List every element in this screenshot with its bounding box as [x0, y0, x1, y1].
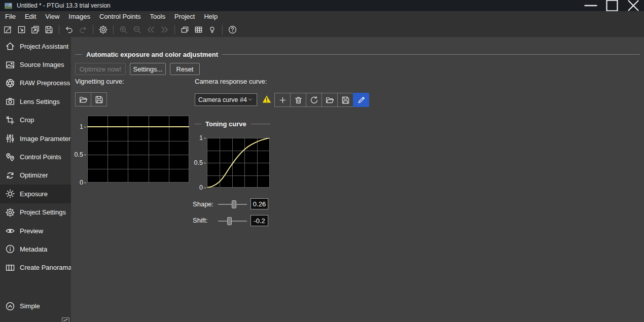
plus-button[interactable]	[274, 93, 291, 107]
undo-button[interactable]	[63, 23, 76, 36]
add-images-button[interactable]	[29, 23, 42, 36]
previous-image-icon	[146, 25, 156, 34]
shape-slider[interactable]	[218, 200, 247, 208]
settings-gear-button[interactable]	[97, 23, 110, 36]
preview-lamp-button[interactable]	[206, 23, 219, 36]
shift-slider-handle[interactable]	[227, 217, 232, 225]
optimize-now-button[interactable]: Optimize now!	[75, 63, 126, 75]
exposure-actions: Optimize now! Settings... Reset	[75, 63, 200, 75]
image-icon	[5, 60, 15, 70]
sliders-icon	[5, 133, 15, 144]
shift-slider[interactable]	[218, 217, 247, 225]
camera-response-buttons	[274, 93, 369, 107]
y-axis-tick	[204, 188, 206, 188]
sidebar-item-label: Simple	[20, 302, 40, 310]
menu-help[interactable]: Help	[199, 11, 222, 22]
detail-viewer-icon	[194, 25, 203, 34]
header-dash	[194, 124, 201, 124]
app-icon	[5, 2, 12, 10]
shape-value-input[interactable]	[251, 198, 268, 209]
open-project-icon	[17, 25, 26, 34]
save-icon	[94, 95, 104, 104]
sidebar-item-control-points[interactable]: Control Points	[0, 148, 71, 166]
y-axis-tick	[204, 163, 206, 163]
folder-button[interactable]	[75, 92, 91, 106]
sidebar-item-label: Exposure	[20, 190, 48, 198]
sidebar-item-image-parameters[interactable]: Image Parameters	[0, 129, 71, 148]
sidebar-item-crop[interactable]: Crop	[0, 111, 71, 129]
menu-project[interactable]: Project	[170, 11, 199, 22]
shift-value-input[interactable]	[251, 215, 268, 226]
minimize-button[interactable]	[580, 0, 601, 11]
help-button[interactable]	[226, 23, 239, 36]
menu-view[interactable]: View	[41, 11, 64, 22]
new-project-button[interactable]	[2, 23, 14, 36]
ptgui-window: Untitled * - PTGui 13.3 trial version Fi…	[0, 0, 644, 322]
toolbar-separator	[222, 25, 223, 34]
eye-icon	[5, 226, 15, 236]
vignetting-buttons	[75, 92, 107, 106]
sidebar-item-label: Project Assistant	[20, 43, 68, 50]
menu-images[interactable]: Images	[64, 11, 95, 22]
toning-curve-chart: 00.51	[195, 138, 270, 188]
redo-button	[77, 23, 89, 36]
next-image-icon	[160, 25, 169, 34]
settings-button[interactable]: Settings...	[130, 63, 166, 75]
sidebar-item-create-panorama[interactable]: Create Panorama	[0, 259, 71, 277]
save-button[interactable]	[91, 92, 107, 106]
y-axis-tick	[84, 127, 86, 127]
sidebar-item-exposure[interactable]: Exposure	[0, 185, 71, 203]
sidebar-item-project-assistant[interactable]: Project Assistant	[0, 37, 71, 55]
maximize-button[interactable]	[601, 0, 623, 11]
y-axis-tick	[84, 183, 86, 183]
title-bar: Untitled * - PTGui 13.3 trial version	[0, 0, 644, 11]
toolbar-separator	[174, 25, 175, 34]
trash-button[interactable]	[290, 93, 306, 107]
chevron-down-icon	[247, 96, 254, 103]
camera-response-curve-label: Camera response curve:	[195, 78, 267, 85]
shape-slider-handle[interactable]	[232, 200, 236, 208]
sidebar-item-label: Metadata	[20, 245, 47, 253]
optimizer-icon	[5, 170, 15, 181]
detail-viewer-button[interactable]	[192, 23, 205, 36]
sidebar-item-preview[interactable]: Preview	[0, 222, 71, 240]
close-button[interactable]	[623, 0, 644, 11]
panorama-editor-button[interactable]	[178, 23, 191, 36]
circle-up-icon	[5, 301, 15, 311]
sidebar-item-project-settings[interactable]: Project Settings	[0, 203, 71, 222]
zoom-in-button	[117, 23, 130, 36]
sidebar-item-raw-preprocess[interactable]: RAW Preprocess	[0, 74, 71, 92]
camera-curve-dropdown[interactable]: Camera curve #4	[195, 93, 257, 106]
y-axis-label: 0	[199, 184, 203, 191]
menu-control-points[interactable]: Control Points	[95, 11, 146, 22]
save-project-button[interactable]	[43, 23, 55, 36]
menu-file[interactable]: File	[1, 11, 20, 22]
menu-edit[interactable]: Edit	[20, 11, 41, 22]
sidebar-item-optimizer[interactable]: Optimizer	[0, 166, 71, 185]
save-button[interactable]	[337, 93, 353, 107]
refresh-button[interactable]	[306, 93, 322, 107]
sidebar-item-lens-settings[interactable]: Lens Settings	[0, 92, 71, 111]
sidebar-item-label: Image Parameters	[20, 135, 74, 142]
folder-button[interactable]	[321, 93, 338, 107]
help-icon	[228, 25, 237, 34]
vignetting-curve-chart: 00.51	[75, 116, 189, 183]
plus-icon	[278, 95, 288, 105]
toolbar-separator	[59, 25, 59, 34]
reset-button[interactable]: Reset	[170, 63, 200, 75]
menu-tools[interactable]: Tools	[146, 11, 170, 22]
section-title: Automatic exposure and color adjustment	[86, 51, 218, 58]
sidebar-item-simple[interactable]: Simple	[0, 297, 71, 315]
menu-bar: FileEditViewImagesControl PointsToolsPro…	[0, 11, 644, 22]
camera-icon	[5, 96, 15, 106]
open-project-button[interactable]	[15, 23, 28, 36]
toning-curve-header: Toning curve	[194, 120, 270, 128]
sidebar-item-source-images[interactable]: Source Images	[0, 55, 71, 74]
map-pins-icon	[5, 152, 15, 162]
sidebar-item-metadata[interactable]: Metadata	[0, 240, 71, 258]
sidebar-item-label: Crop	[20, 116, 34, 124]
header-rule	[222, 54, 640, 55]
save-project-icon	[44, 25, 54, 34]
sidebar-resize-grip[interactable]	[62, 316, 69, 321]
pencil-button[interactable]	[353, 93, 369, 107]
